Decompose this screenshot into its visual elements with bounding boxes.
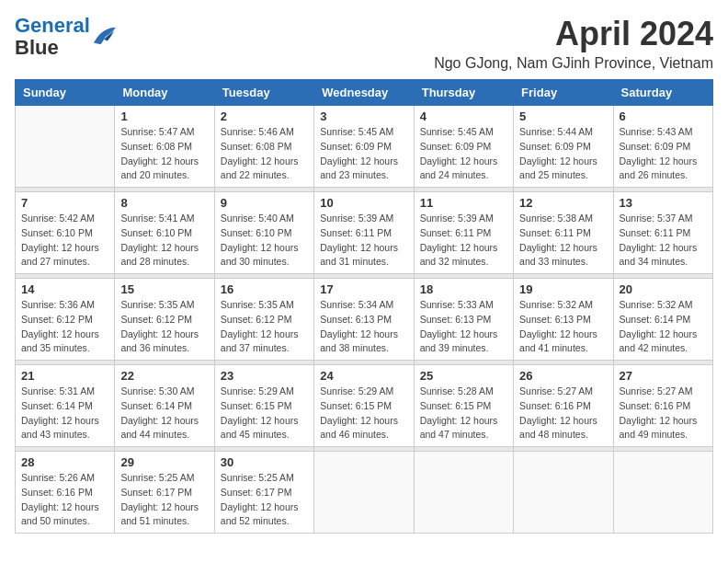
calendar-cell: 15Sunrise: 5:35 AMSunset: 6:12 PMDayligh… — [115, 279, 214, 361]
day-number: 6 — [620, 109, 707, 123]
calendar-cell: 21Sunrise: 5:31 AMSunset: 6:14 PMDayligh… — [16, 365, 115, 447]
calendar-cell — [314, 452, 414, 534]
day-detail: Sunrise: 5:31 AMSunset: 6:14 PMDaylight:… — [21, 385, 108, 442]
calendar-cell — [16, 106, 115, 188]
day-number: 17 — [320, 282, 407, 296]
day-detail: Sunrise: 5:29 AMSunset: 6:15 PMDaylight:… — [320, 385, 407, 442]
day-detail: Sunrise: 5:40 AMSunset: 6:10 PMDaylight:… — [221, 212, 308, 270]
day-number: 14 — [21, 282, 108, 296]
calendar-cell: 18Sunrise: 5:33 AMSunset: 6:13 PMDayligh… — [414, 279, 513, 361]
main-title: April 2024 — [434, 15, 713, 53]
day-number: 8 — [120, 196, 208, 210]
day-detail: Sunrise: 5:35 AMSunset: 6:12 PMDaylight:… — [120, 298, 208, 356]
day-detail: Sunrise: 5:32 AMSunset: 6:13 PMDaylight:… — [519, 298, 607, 356]
calendar-cell: 4Sunrise: 5:45 AMSunset: 6:09 PMDaylight… — [414, 106, 513, 188]
calendar-cell: 16Sunrise: 5:35 AMSunset: 6:12 PMDayligh… — [214, 279, 313, 361]
calendar-cell: 8Sunrise: 5:41 AMSunset: 6:10 PMDaylight… — [115, 192, 214, 274]
day-number: 1 — [120, 109, 208, 123]
day-detail: Sunrise: 5:45 AMSunset: 6:09 PMDaylight:… — [420, 125, 507, 183]
day-number: 2 — [221, 109, 308, 123]
day-number: 20 — [620, 282, 707, 296]
day-detail: Sunrise: 5:41 AMSunset: 6:10 PMDaylight:… — [120, 212, 208, 270]
calendar-cell: 7Sunrise: 5:42 AMSunset: 6:10 PMDaylight… — [16, 192, 115, 274]
day-number: 5 — [519, 109, 607, 123]
day-number: 29 — [120, 455, 208, 469]
day-detail: Sunrise: 5:33 AMSunset: 6:13 PMDaylight:… — [420, 298, 507, 356]
logo-bird-icon — [92, 26, 118, 48]
weekday-header-friday: Friday — [514, 80, 613, 106]
calendar-cell: 10Sunrise: 5:39 AMSunset: 6:11 PMDayligh… — [314, 192, 414, 274]
day-detail: Sunrise: 5:29 AMSunset: 6:15 PMDaylight:… — [221, 385, 308, 442]
calendar-cell: 2Sunrise: 5:46 AMSunset: 6:08 PMDaylight… — [214, 106, 313, 188]
day-number: 23 — [221, 369, 308, 383]
calendar-cell: 17Sunrise: 5:34 AMSunset: 6:13 PMDayligh… — [314, 279, 414, 361]
day-number: 18 — [420, 282, 507, 296]
logo-text: GeneralBlue — [15, 15, 90, 59]
day-detail: Sunrise: 5:25 AMSunset: 6:17 PMDaylight:… — [221, 471, 308, 529]
calendar-cell: 28Sunrise: 5:26 AMSunset: 6:16 PMDayligh… — [16, 452, 115, 534]
weekday-header-tuesday: Tuesday — [214, 80, 313, 106]
day-number: 25 — [420, 369, 507, 383]
day-detail: Sunrise: 5:42 AMSunset: 6:10 PMDaylight:… — [21, 212, 108, 270]
calendar-cell: 12Sunrise: 5:38 AMSunset: 6:11 PMDayligh… — [514, 192, 613, 274]
weekday-header-saturday: Saturday — [613, 80, 712, 106]
day-number: 26 — [519, 369, 607, 383]
day-number: 10 — [320, 196, 407, 210]
page-header: GeneralBlue April 2024 Ngo GJong, Nam GJ… — [15, 15, 713, 72]
day-detail: Sunrise: 5:25 AMSunset: 6:17 PMDaylight:… — [120, 471, 208, 529]
calendar-cell: 5Sunrise: 5:44 AMSunset: 6:09 PMDaylight… — [514, 106, 613, 188]
calendar-cell — [514, 452, 613, 534]
day-number: 11 — [420, 196, 507, 210]
day-detail: Sunrise: 5:38 AMSunset: 6:11 PMDaylight:… — [519, 212, 607, 270]
calendar-header-row: SundayMondayTuesdayWednesdayThursdayFrid… — [16, 80, 713, 106]
calendar-cell: 3Sunrise: 5:45 AMSunset: 6:09 PMDaylight… — [314, 106, 414, 188]
day-detail: Sunrise: 5:27 AMSunset: 6:16 PMDaylight:… — [620, 385, 707, 442]
day-detail: Sunrise: 5:37 AMSunset: 6:11 PMDaylight:… — [620, 212, 707, 270]
day-number: 22 — [120, 369, 208, 383]
subtitle: Ngo GJong, Nam GJinh Province, Vietnam — [434, 55, 713, 72]
day-number: 9 — [221, 196, 308, 210]
calendar-week-row: 28Sunrise: 5:26 AMSunset: 6:16 PMDayligh… — [16, 452, 713, 534]
calendar-cell: 25Sunrise: 5:28 AMSunset: 6:15 PMDayligh… — [414, 365, 513, 447]
title-block: April 2024 Ngo GJong, Nam GJinh Province… — [434, 15, 713, 72]
day-number: 21 — [21, 369, 108, 383]
calendar-cell: 27Sunrise: 5:27 AMSunset: 6:16 PMDayligh… — [613, 365, 712, 447]
calendar-cell: 30Sunrise: 5:25 AMSunset: 6:17 PMDayligh… — [214, 452, 313, 534]
calendar-cell: 29Sunrise: 5:25 AMSunset: 6:17 PMDayligh… — [115, 452, 214, 534]
calendar-cell: 1Sunrise: 5:47 AMSunset: 6:08 PMDaylight… — [115, 106, 214, 188]
day-detail: Sunrise: 5:39 AMSunset: 6:11 PMDaylight:… — [320, 212, 407, 270]
weekday-header-wednesday: Wednesday — [314, 80, 414, 106]
day-detail: Sunrise: 5:45 AMSunset: 6:09 PMDaylight:… — [320, 125, 407, 183]
calendar-cell: 13Sunrise: 5:37 AMSunset: 6:11 PMDayligh… — [613, 192, 712, 274]
calendar-cell: 23Sunrise: 5:29 AMSunset: 6:15 PMDayligh… — [214, 365, 313, 447]
calendar-week-row: 7Sunrise: 5:42 AMSunset: 6:10 PMDaylight… — [16, 192, 713, 274]
day-detail: Sunrise: 5:30 AMSunset: 6:14 PMDaylight:… — [120, 385, 208, 442]
day-detail: Sunrise: 5:26 AMSunset: 6:16 PMDaylight:… — [21, 471, 108, 529]
calendar-cell: 24Sunrise: 5:29 AMSunset: 6:15 PMDayligh… — [314, 365, 414, 447]
logo: GeneralBlue — [15, 15, 118, 59]
calendar-cell: 20Sunrise: 5:32 AMSunset: 6:14 PMDayligh… — [613, 279, 712, 361]
calendar-cell: 6Sunrise: 5:43 AMSunset: 6:09 PMDaylight… — [613, 106, 712, 188]
day-number: 24 — [320, 369, 407, 383]
day-number: 4 — [420, 109, 507, 123]
day-detail: Sunrise: 5:35 AMSunset: 6:12 PMDaylight:… — [221, 298, 308, 356]
day-detail: Sunrise: 5:43 AMSunset: 6:09 PMDaylight:… — [620, 125, 707, 183]
day-detail: Sunrise: 5:34 AMSunset: 6:13 PMDaylight:… — [320, 298, 407, 356]
day-number: 28 — [21, 455, 108, 469]
calendar-cell: 14Sunrise: 5:36 AMSunset: 6:12 PMDayligh… — [16, 279, 115, 361]
day-detail: Sunrise: 5:36 AMSunset: 6:12 PMDaylight:… — [21, 298, 108, 356]
day-number: 12 — [519, 196, 607, 210]
day-detail: Sunrise: 5:28 AMSunset: 6:15 PMDaylight:… — [420, 385, 507, 442]
weekday-header-thursday: Thursday — [414, 80, 513, 106]
day-number: 15 — [120, 282, 208, 296]
calendar-cell: 19Sunrise: 5:32 AMSunset: 6:13 PMDayligh… — [514, 279, 613, 361]
calendar-week-row: 1Sunrise: 5:47 AMSunset: 6:08 PMDaylight… — [16, 106, 713, 188]
day-number: 19 — [519, 282, 607, 296]
day-number: 30 — [221, 455, 308, 469]
calendar-cell — [613, 452, 712, 534]
day-number: 16 — [221, 282, 308, 296]
day-detail: Sunrise: 5:32 AMSunset: 6:14 PMDaylight:… — [620, 298, 707, 356]
day-detail: Sunrise: 5:39 AMSunset: 6:11 PMDaylight:… — [420, 212, 507, 270]
day-detail: Sunrise: 5:46 AMSunset: 6:08 PMDaylight:… — [221, 125, 308, 183]
calendar-cell: 22Sunrise: 5:30 AMSunset: 6:14 PMDayligh… — [115, 365, 214, 447]
